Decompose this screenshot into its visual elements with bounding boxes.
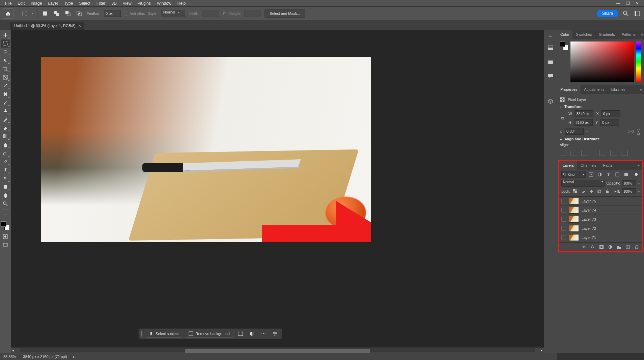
y-input[interactable]	[600, 119, 619, 126]
type-tool-icon[interactable]: T	[1, 166, 10, 174]
visibility-icon[interactable]	[561, 217, 566, 222]
tab-patterns[interactable]: Patterns	[618, 30, 639, 39]
screen-mode-icon[interactable]	[1, 241, 10, 249]
remove-background-button[interactable]: Remove background	[185, 330, 233, 338]
visibility-icon[interactable]	[561, 199, 566, 203]
drag-handle-icon[interactable]	[141, 331, 142, 337]
layer-row[interactable]: Layer 72	[559, 224, 642, 233]
history-panel-icon[interactable]	[546, 43, 555, 52]
flip-v-icon[interactable]: ▷◁	[637, 129, 641, 134]
filter-smart-icon[interactable]	[623, 171, 629, 178]
menu-type[interactable]: Type	[61, 0, 76, 6]
zoom-level[interactable]: 33.33%	[0, 355, 20, 359]
scroll-right-icon[interactable]: ▸	[539, 348, 544, 353]
tab-paths[interactable]: Paths	[600, 161, 616, 170]
tab-libraries[interactable]: Libraries	[608, 85, 629, 94]
selection-new-icon[interactable]	[41, 9, 49, 18]
menu-file[interactable]: File	[2, 0, 15, 6]
layer-name[interactable]: Layer 75	[582, 199, 596, 203]
panel-menu-icon[interactable]: ≡	[638, 87, 644, 91]
quick-mask-icon[interactable]	[1, 232, 10, 241]
eraser-tool-icon[interactable]	[1, 124, 10, 132]
menu-select[interactable]: Select	[76, 0, 93, 6]
lock-nesting-icon[interactable]	[596, 188, 602, 195]
tab-color[interactable]: Color	[557, 30, 572, 39]
selection-add-icon[interactable]	[52, 9, 60, 18]
new-adjustment-icon[interactable]	[607, 244, 613, 250]
selection-subtract-icon[interactable]	[64, 9, 72, 18]
marquee-tool-icon[interactable]	[21, 9, 29, 18]
close-tab-icon[interactable]: ✕	[78, 24, 81, 28]
document-tab[interactable]: Untitled-1 @ 33.3% (Layer 1, RGB/8) ✕	[10, 22, 84, 30]
x-input[interactable]	[601, 110, 620, 117]
filter-adjust-icon[interactable]	[596, 171, 603, 178]
filter-shape-icon[interactable]	[614, 171, 621, 178]
new-layer-icon[interactable]	[625, 244, 631, 250]
opacity-input[interactable]	[622, 180, 636, 186]
stamp-tool-icon[interactable]	[1, 107, 10, 115]
tab-swatches[interactable]: Swatches	[572, 30, 595, 39]
window-minimize-icon[interactable]: —	[614, 1, 623, 6]
layer-list[interactable]: Layer 75 Layer 74 Layer 73 Layer 72 Laye…	[559, 196, 642, 242]
layer-name[interactable]: Layer 71	[582, 236, 596, 240]
zoom-tool-icon[interactable]	[1, 200, 10, 208]
heal-tool-icon[interactable]	[1, 90, 10, 98]
lasso-tool-icon[interactable]	[1, 48, 10, 56]
flip-h-icon[interactable]: ▷◁	[628, 129, 633, 134]
fg-bg-swatch[interactable]	[1, 221, 10, 230]
layer-thumbnail[interactable]	[569, 225, 579, 232]
link-wh-icon[interactable]: ⧉	[560, 116, 566, 120]
height-input[interactable]	[574, 119, 593, 126]
tab-properties[interactable]: Properties	[557, 85, 581, 94]
hue-slider[interactable]	[636, 41, 641, 82]
filter-pixel-icon[interactable]	[588, 171, 594, 178]
lock-position-icon[interactable]	[588, 188, 594, 195]
lock-pixels-icon[interactable]	[580, 188, 586, 195]
window-restore-icon[interactable]: ❐	[623, 1, 633, 6]
window-close-icon[interactable]: ✕	[633, 1, 642, 6]
ctx-settings-icon[interactable]	[271, 329, 279, 338]
menu-help[interactable]: Help	[174, 0, 189, 6]
layer-thumbnail[interactable]	[569, 216, 579, 223]
opacity-dropdown-icon[interactable]: ▾	[638, 182, 640, 185]
tab-channels[interactable]: Channels	[577, 161, 599, 170]
layer-row[interactable]: Layer 74	[559, 206, 642, 215]
lock-transparent-icon[interactable]	[572, 188, 578, 195]
marquee-tool-icon[interactable]	[1, 39, 10, 48]
delete-layer-icon[interactable]	[634, 244, 640, 250]
scroll-left-icon[interactable]: ◂	[11, 348, 16, 353]
fill-dropdown-icon[interactable]: ▾	[638, 190, 640, 193]
align-top-icon[interactable]	[599, 150, 606, 156]
layer-row[interactable]: Layer 73	[559, 215, 642, 224]
edit-toolbar-icon[interactable]: ⋯	[1, 211, 10, 219]
new-group-icon[interactable]	[616, 244, 622, 250]
shape-tool-icon[interactable]	[1, 183, 10, 191]
hand-tool-icon[interactable]	[1, 191, 10, 199]
align-vcenter-icon[interactable]	[610, 150, 617, 156]
layer-name[interactable]: Layer 72	[582, 226, 596, 230]
tab-adjustments[interactable]: Adjustments	[581, 85, 608, 94]
add-mask-icon[interactable]	[598, 244, 605, 250]
width-input[interactable]	[575, 110, 593, 117]
layer-filter-kind[interactable]: Kind▾	[561, 171, 586, 178]
share-button[interactable]: Share	[597, 10, 618, 17]
select-subject-button[interactable]: Select subject	[145, 330, 182, 338]
panel-menu-icon[interactable]: ≡	[636, 163, 642, 167]
lock-all-icon[interactable]	[604, 188, 610, 195]
frame-tool-icon[interactable]	[1, 73, 10, 81]
history-brush-tool-icon[interactable]	[1, 115, 10, 123]
path-select-tool-icon[interactable]	[1, 174, 10, 183]
menu-layer[interactable]: Layer	[45, 0, 61, 6]
move-tool-icon[interactable]	[1, 31, 10, 39]
pen-tool-icon[interactable]	[1, 158, 10, 166]
canvas[interactable]: Select subject Remove background ⋯	[11, 30, 544, 348]
blur-tool-icon[interactable]	[1, 141, 10, 149]
menu-view[interactable]: View	[120, 0, 135, 6]
chevron-down-icon[interactable]: ▾	[32, 12, 34, 15]
3d-panel-icon[interactable]	[546, 97, 555, 106]
link-layers-icon[interactable]: ⧉	[581, 244, 587, 250]
tab-gradients[interactable]: Gradients	[595, 30, 618, 39]
brush-tool-icon[interactable]	[1, 99, 10, 107]
blend-mode-select[interactable]: Normal▾	[561, 180, 605, 187]
layer-thumbnail[interactable]	[569, 234, 579, 241]
